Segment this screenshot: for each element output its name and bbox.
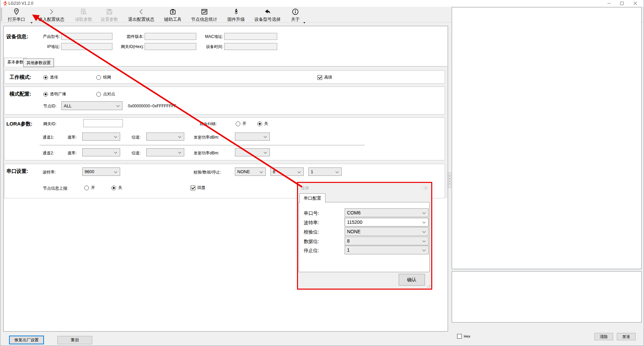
toolbar-aux-tools-label: 辅助工具: [164, 17, 182, 22]
chevron-right-icon: [48, 8, 55, 16]
work-mode-network-label: 组网: [103, 75, 111, 80]
mac-address-field[interactable]: [224, 33, 277, 40]
minimize-button[interactable]: [604, 1, 614, 6]
send-button[interactable]: 发送: [617, 333, 636, 340]
node-id-value: ALL: [64, 103, 71, 108]
toolbar-firmware-upgrade[interactable]: 固件升级: [225, 7, 247, 22]
dialog-stopbits-label: 停止位:: [304, 248, 319, 254]
channel-divider: [40, 145, 365, 145]
firmware-version-field[interactable]: [145, 33, 196, 40]
fec-off-radio[interactable]: 关: [257, 121, 268, 127]
node-id-label: 节点ID:: [43, 104, 56, 108]
hex-checkbox[interactable]: Hex: [457, 334, 470, 339]
dialog-port-value: COM6: [347, 210, 360, 215]
reboot-button[interactable]: 重启: [57, 336, 92, 344]
panel-splitter[interactable]: [448, 172, 451, 188]
maximize-button[interactable]: [617, 1, 627, 6]
dialog-port-select[interactable]: COM6: [345, 208, 429, 217]
chevron-left-icon: [138, 8, 145, 16]
mode-p2p-radio[interactable]: 点对点: [96, 91, 115, 97]
toolbar-enter-config-label: 进入配置状态: [38, 17, 64, 22]
factory-reset-button[interactable]: 恢复出厂设置: [9, 336, 44, 344]
parity-select[interactable]: NONE: [235, 167, 266, 176]
toolbar-write-params-label: 设置参数: [101, 17, 118, 22]
toolbar-exit-config[interactable]: 退出配置状态: [125, 7, 158, 22]
toolbar-model-select[interactable]: 设备型号选择: [251, 7, 284, 22]
lora-gateway-id-label: 网关ID:: [43, 121, 56, 126]
toolbar-about[interactable]: 关于: [289, 7, 302, 22]
about-dropdown-caret[interactable]: [303, 22, 305, 23]
app-window: LG210 V1.2.0 打开串口 进入配置状态: [0, 0, 644, 346]
ip-address-field[interactable]: [61, 43, 112, 50]
send-button-label: 发送: [622, 334, 630, 340]
echo-checkbox[interactable]: 回显: [191, 185, 205, 191]
lora-gateway-id-field[interactable]: [83, 119, 123, 127]
send-input-area[interactable]: [452, 271, 642, 323]
channel1-power-select[interactable]: [235, 133, 270, 141]
toolbar-model-select-label: 设备型号选择: [254, 17, 281, 22]
work-mode-network-radio[interactable]: 组网: [96, 75, 111, 80]
channel2-power-select[interactable]: [235, 148, 270, 156]
dialog-close-button[interactable]: [422, 185, 429, 191]
dialog-databits-value: 8: [347, 238, 350, 244]
checkbox-unchecked-icon: [457, 334, 462, 339]
lora-title: LORA参数:: [6, 121, 33, 127]
dialog-baud-select[interactable]: 115200: [345, 218, 429, 227]
dialog-port-label: 串口号:: [304, 210, 319, 216]
close-button[interactable]: [630, 1, 640, 6]
work-mode-transparent-radio[interactable]: 透传: [43, 75, 58, 80]
baud-select[interactable]: 9600: [82, 167, 120, 176]
dialog-baud-value: 115200: [347, 219, 362, 225]
tab-other-params[interactable]: 其他参数设置: [23, 58, 54, 67]
dialog-databits-select[interactable]: 8: [345, 237, 429, 245]
radio-on-icon: [257, 121, 262, 126]
toolbar-enter-config[interactable]: 进入配置状态: [35, 7, 68, 22]
channel1-rate-select[interactable]: [82, 133, 120, 141]
open-serial-dropdown-caret[interactable]: [31, 22, 33, 23]
toolbar-about-label: 关于: [291, 17, 300, 22]
channel2-chan-select[interactable]: [146, 148, 184, 156]
toolbar-open-serial[interactable]: 打开串口: [5, 7, 28, 22]
radio-on-icon: [43, 92, 48, 97]
tab-other-params-label: 其他参数设置: [27, 60, 51, 66]
databits-select[interactable]: 8: [270, 167, 304, 176]
toolbar-grip[interactable]: [1, 8, 2, 21]
dialog-resize-grip[interactable]: [429, 287, 430, 287]
device-time-field[interactable]: [224, 43, 277, 50]
node-report-on-radio[interactable]: 开: [84, 185, 95, 191]
fec-on-radio[interactable]: 开: [236, 121, 246, 127]
serial-port-pin-icon: [13, 8, 20, 16]
gateway-id-hex-label: 网关ID(Hex):: [116, 44, 144, 49]
toolbar-write-params: 设置参数: [98, 7, 120, 22]
channel2-rate-select[interactable]: [82, 148, 120, 156]
receive-log-area: [452, 7, 642, 269]
node-report-off-radio[interactable]: 关: [111, 185, 122, 191]
dialog-tab-serial-config[interactable]: 串口配置: [299, 193, 326, 203]
toolbar-node-stats[interactable]: 节点信息统计: [188, 7, 221, 22]
channel1-chan-label: 信道:: [132, 135, 141, 140]
radio-off-icon: [96, 75, 101, 80]
toolbar-node-stats-label: 节点信息统计: [191, 17, 217, 22]
dialog-parity-select[interactable]: NONE: [345, 227, 429, 236]
dialog-stopbits-select[interactable]: 1: [345, 246, 429, 254]
channel2-label: 通道2:: [43, 151, 54, 155]
mode-broadcast-radio[interactable]: 透明广播: [43, 91, 66, 97]
advanced-checkbox[interactable]: 高级: [317, 75, 332, 80]
read-doc-magnifier-icon: [80, 8, 87, 16]
product-model-field[interactable]: [61, 33, 112, 40]
mode-p2p-label: 点对点: [103, 91, 115, 97]
stopbits-select[interactable]: 1: [308, 167, 342, 176]
channel1-chan-select[interactable]: [146, 133, 184, 141]
radio-off-icon: [236, 121, 240, 126]
close-icon: [634, 2, 637, 5]
toolbar-aux-tools[interactable]: 辅助工具: [162, 7, 184, 22]
gateway-id-hex-field[interactable]: [145, 43, 196, 50]
dialog-confirm-button[interactable]: 确认: [399, 274, 425, 286]
parity-data-stop-label: 校验/数据/停止:: [194, 170, 221, 175]
node-id-select[interactable]: ALL: [61, 101, 122, 110]
rocket-icon: [233, 8, 240, 16]
baud-label: 波特率:: [43, 170, 56, 175]
toolbar-exit-config-label: 退出配置状态: [128, 17, 154, 22]
clear-button[interactable]: 清除: [594, 333, 613, 340]
firmware-version-label: 固件版本:: [116, 34, 144, 39]
